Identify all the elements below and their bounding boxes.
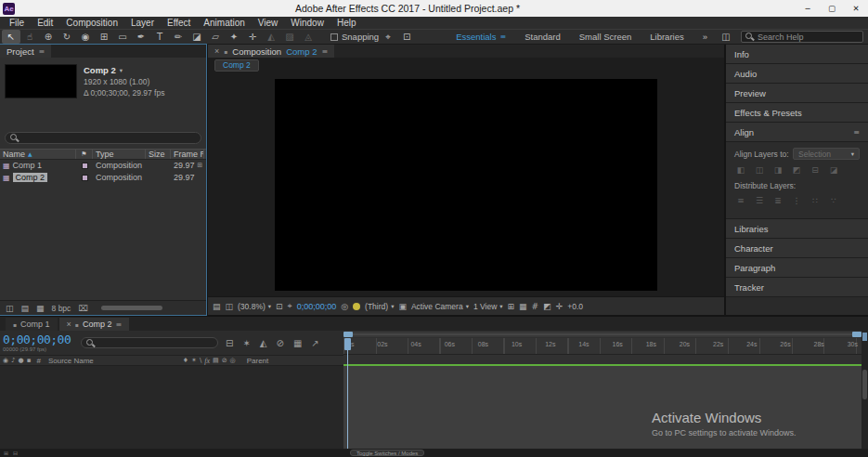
clone-stamp-tool-icon[interactable]: ◪	[188, 30, 206, 44]
draft-3d-icon[interactable]: ✶	[242, 338, 250, 348]
menu-file[interactable]: File	[3, 18, 31, 28]
effects-switch-icon[interactable]: fx	[204, 357, 210, 365]
align-left-icon[interactable]: ◧	[734, 165, 747, 175]
navigator-bar[interactable]	[353, 332, 852, 337]
workspace-menu-icon[interactable]: ≡	[500, 33, 507, 41]
current-time-display[interactable]: 0;00;00;00 00000 (29.97 fps)	[3, 333, 73, 352]
navigator-start-handle[interactable]	[343, 332, 353, 337]
chevron-down-icon[interactable]: ▾	[120, 67, 123, 74]
align-h-center-icon[interactable]: ◫	[753, 165, 766, 175]
distribute-left-icon[interactable]: ⋮	[790, 196, 803, 205]
frame-blending-icon[interactable]: ⊘	[276, 338, 283, 348]
video-eye-icon[interactable]: ◉	[3, 357, 8, 364]
panel-menu-icon[interactable]: ≡	[853, 128, 860, 137]
horizontal-scrollbar[interactable]	[101, 306, 162, 310]
project-row-comp2[interactable]: ▦ Comp 2 Composition 29.97	[0, 172, 206, 184]
timeline-tab-comp1[interactable]: ▪ Comp 1	[6, 318, 58, 331]
column-frame-rate[interactable]: Frame R...	[171, 150, 204, 159]
selection-tool-icon[interactable]: ↖	[2, 30, 20, 44]
panel-menu-icon[interactable]: ≡	[321, 47, 328, 56]
roto-brush-tool-icon[interactable]: ✦	[225, 30, 243, 44]
project-search-box[interactable]	[5, 132, 201, 144]
timecode[interactable]: 0;00;00;00	[3, 333, 73, 346]
distribute-h-center-icon[interactable]: ∷	[809, 196, 822, 205]
graph-editor-icon[interactable]: ↗	[311, 338, 318, 348]
frame-blend-switch-icon[interactable]: ▤	[213, 357, 219, 364]
navigator-end-handle[interactable]	[852, 332, 862, 337]
restore-button-icon[interactable]: ▢	[820, 0, 844, 17]
workspace-overflow-icon[interactable]: »	[693, 32, 717, 42]
snapshot-icon[interactable]: ◎	[341, 302, 348, 311]
layer-number-column[interactable]: #	[36, 357, 40, 365]
grid-guides-icon[interactable]: ▤	[213, 302, 221, 311]
type-tool-icon[interactable]: T	[150, 30, 169, 44]
collapse-switch-icon[interactable]: ✶	[191, 357, 197, 364]
menu-edit[interactable]: Edit	[31, 18, 59, 28]
panel-libraries[interactable]: Libraries	[726, 219, 868, 239]
column-label[interactable]: ⚑	[76, 150, 93, 159]
align-bottom-icon[interactable]: ◪	[827, 165, 840, 175]
composition-tab[interactable]: × ▪ Composition Comp 2 ≡	[208, 45, 334, 58]
snapping-checkbox[interactable]	[330, 33, 338, 41]
label-color-chip[interactable]	[82, 175, 88, 181]
flowchart-icon[interactable]: ◩	[543, 302, 551, 311]
menu-window[interactable]: Window	[284, 18, 330, 28]
magnification-dropdown[interactable]: (30.8%) ▾	[238, 302, 271, 311]
motion-blur-icon[interactable]: ▦	[293, 338, 302, 348]
resolution-dropdown[interactable]: (Third) ▾	[365, 302, 394, 311]
close-button-icon[interactable]: ✕	[844, 0, 868, 17]
composition-tab-comp-name[interactable]: Comp 2	[286, 46, 317, 57]
channels-icon[interactable]	[353, 303, 360, 310]
align-right-icon[interactable]: ◨	[771, 165, 784, 175]
panel-preview[interactable]: Preview	[726, 84, 868, 103]
align-v-center-icon[interactable]: ⊟	[809, 165, 822, 175]
align-top-icon[interactable]: ◩	[790, 165, 803, 175]
audio-icon[interactable]: ♪	[11, 357, 15, 364]
mini-flowchart-icon[interactable]: ⊟	[226, 338, 233, 348]
project-row-comp1[interactable]: ▦ Comp 1 Composition 29.97 ⊞	[0, 160, 206, 172]
camera-tool-icon[interactable]: ◉	[76, 30, 95, 44]
zoom-tool-icon[interactable]: ⊕	[39, 30, 58, 44]
menu-layer[interactable]: Layer	[124, 18, 161, 28]
new-composition-icon[interactable]: ▦	[36, 304, 45, 313]
panel-character[interactable]: Character	[726, 239, 868, 258]
toggle-switches-modes-button[interactable]: Toggle Switches / Modes	[350, 450, 424, 456]
transparency-grid-icon[interactable]: ⌖	[288, 301, 292, 311]
region-icon[interactable]: ▣	[398, 302, 407, 311]
motion-blur-switch-icon[interactable]: ⊘	[222, 357, 227, 364]
workspace-small-screen[interactable]: Small Screen	[570, 32, 641, 42]
comp-navigator-chip[interactable]: Comp 2	[214, 59, 259, 72]
label-color-chip[interactable]	[82, 163, 88, 169]
exposure-value[interactable]: +0.0	[567, 302, 583, 311]
viewer-lock-icon[interactable]: ▪	[224, 48, 227, 55]
workspace-libraries[interactable]: Libraries	[641, 32, 693, 42]
trash-icon[interactable]: ⌧	[78, 304, 87, 313]
expand-transfer-controls-icon[interactable]: ⊟	[13, 450, 18, 456]
rotate-tool-icon[interactable]: ↻	[58, 30, 76, 44]
column-type[interactable]: Type	[93, 150, 146, 159]
panel-align[interactable]: Align ≡	[726, 123, 868, 142]
menu-effect[interactable]: Effect	[161, 18, 197, 28]
distribute-right-icon[interactable]: ∵	[827, 196, 840, 205]
panel-menu-icon[interactable]: ≡	[115, 320, 122, 329]
track-area[interactable]	[343, 366, 862, 449]
layer-list-area[interactable]	[0, 366, 343, 449]
pen-tool-icon[interactable]: ✒	[132, 30, 150, 44]
hide-shy-layers-icon[interactable]: ◭	[260, 338, 267, 348]
close-tab-icon[interactable]: ×	[67, 320, 71, 329]
panel-audio[interactable]: Audio	[726, 64, 868, 84]
timeline-vertical-scrollbar[interactable]	[862, 331, 868, 449]
new-folder-icon[interactable]: ▤	[21, 304, 30, 313]
help-search-input[interactable]	[758, 33, 859, 42]
distribute-top-icon[interactable]: ≡	[734, 196, 747, 205]
viewer-current-time[interactable]: 0;00;00;00	[297, 302, 337, 311]
panel-paragraph[interactable]: Paragraph	[726, 258, 868, 278]
panel-menu-icon[interactable]: ≡	[39, 47, 45, 56]
fast-previews-icon[interactable]: ▦	[519, 302, 527, 311]
workspace-standard[interactable]: Standard	[515, 32, 570, 42]
current-time-indicator[interactable]	[344, 338, 353, 449]
region-of-interest-icon[interactable]: ⊡	[276, 302, 283, 311]
menu-composition[interactable]: Composition	[59, 18, 124, 28]
interpret-footage-icon[interactable]: ◫	[6, 304, 14, 313]
close-tab-icon[interactable]: ×	[214, 46, 219, 56]
